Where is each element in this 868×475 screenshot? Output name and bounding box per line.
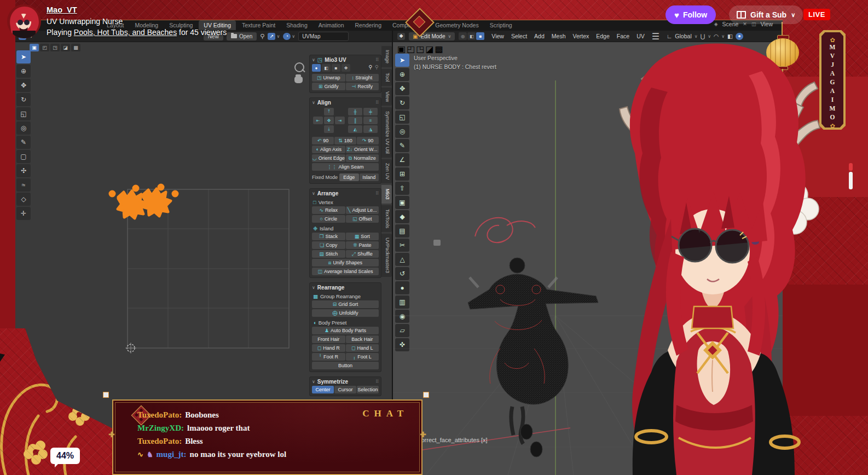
gridify-button[interactable]: ⊞Gridify [312,83,345,90]
symmetrize-cursor-button[interactable]: Cursor [334,386,356,393]
back-hair-button[interactable]: Back Hair [346,335,379,343]
align-axis-button[interactable]: ◖Align Axis [312,146,345,153]
unify-shapes-button[interactable]: ⧈Unify Shapes [312,259,379,267]
unwrap-button[interactable]: ◳Unwrap [312,74,345,82]
edge-select-icon[interactable]: ◧ [467,32,476,40]
distribute-v-button[interactable]: ╪ [363,108,378,115]
uv-tool-scale-icon[interactable]: ◱ [16,107,31,120]
panel-menu-icon[interactable]: ⠿ [375,57,379,62]
relax-button[interactable]: ∿Relax [312,206,345,214]
flip-h-button[interactable]: ◭ [348,125,362,133]
unfoldify-button[interactable]: ⨁Unfoldify [312,309,379,317]
rotate-left-90-button[interactable]: ↶90 [312,137,334,144]
chat-username[interactable]: TuxedoPato: [137,437,182,446]
workspace-tab-scripting[interactable]: Scripting [485,20,517,30]
symmetrize-selection-button[interactable]: Selection [357,386,379,393]
panel-tab-textools[interactable]: TexTools [381,205,392,232]
face-mode-icon[interactable]: ■ [332,64,340,72]
workspace-tab-animation[interactable]: Animation [314,20,349,30]
symmetrize-menu-icon[interactable]: ⠿ [375,379,379,384]
menu-add[interactable]: Add [531,32,548,40]
foot-l-button[interactable]: ╷Foot L [346,353,379,361]
menu-select[interactable]: Select [508,32,530,40]
auto-body-parts-button[interactable]: ♟Auto Body Parts [312,327,379,334]
uvmap-field[interactable] [298,32,349,41]
orient-edge-button[interactable]: ◡Orient Edge [312,154,345,162]
straight-button[interactable]: ⁝Straight [346,74,379,82]
snap-chip[interactable]: ➚∨ [268,33,280,40]
align-top-button[interactable]: ⤒ [324,108,334,115]
uv-tool-pinch-icon[interactable]: ◇ [16,193,31,206]
vertex-select-icon[interactable]: ◎ [459,32,467,40]
collapse-icon[interactable]: ∨ [312,57,315,62]
menu-view[interactable]: View [488,32,507,40]
workspace-tab-rendering[interactable]: Rendering [350,20,386,30]
align-right-button[interactable]: ⇥ [335,117,345,124]
pin-inactive-icon[interactable]: ⚲ [375,64,379,72]
align-seam-button[interactable]: ⋮⋮Align Seam [312,163,379,171]
uv-tool-rotate-icon[interactable]: ↻ [16,93,31,106]
panel-tab-uvpackmaster3[interactable]: UVPackmaster3 [381,234,392,277]
button-button[interactable]: Button [312,362,379,369]
panel-tab-zen-uv[interactable]: Zen UV [381,159,392,184]
overlay-handle-left[interactable] [103,392,109,398]
circle-button[interactable]: ○Circle [312,215,345,223]
chat-username[interactable]: TuxedoPato: [137,410,182,420]
workspace-tab-shading[interactable]: Shading [281,20,313,30]
face-select-icon[interactable]: ■ [476,32,484,40]
copy-button[interactable]: ❏Copy [312,241,345,249]
pivot-chip[interactable]: ◔∨ [283,33,295,40]
rectify-button[interactable]: ⊣Rectify [346,83,379,90]
adjust-length-button[interactable]: ╲Adjust Le... [346,206,379,214]
workspace-tab-geometry-nodes[interactable]: Geometry Nodes [430,20,483,30]
pan-hand-icon[interactable] [294,77,303,83]
game-category-link[interactable]: Pools, Hot Tubs, and Beaches [74,28,177,37]
uv-tool-move-icon[interactable]: ✥ [16,79,31,92]
flip-180-button[interactable]: ⇅180 [334,137,356,144]
hand-l-button[interactable]: ◻Hand L [346,344,379,352]
editor-type-icon-3d[interactable]: ❖ [397,33,405,40]
panel-tab-tool[interactable]: Tool [381,69,392,86]
average-island-scales-button[interactable]: ◫Average Island Scales [312,268,379,275]
follow-button[interactable]: ♥ Follow [666,5,716,24]
workspace-tab-texture-paint[interactable]: Texture Paint [237,20,280,30]
rotate-right-90-button[interactable]: ↷90 [357,137,379,144]
space-h-button[interactable]: ║ [348,117,362,124]
shuffle-button[interactable]: ⤢Shuffle [346,250,379,258]
offset-button[interactable]: ◱Offset [346,215,379,223]
island-mode-icon[interactable]: ❖ [342,64,350,72]
hand-r-button[interactable]: ◻Hand R [312,344,345,352]
uv-tool-cursor-icon[interactable]: ⊕ [16,65,31,78]
align-bottom-button[interactable]: ⤓ [324,125,334,133]
uv-tool-pin-icon[interactable]: ✛ [16,207,31,220]
edge-mode-icon[interactable]: ◧ [322,64,331,72]
panel-tab-mio3[interactable]: Mio3 [381,185,392,204]
stitch-button[interactable]: ▤Stitch [312,250,345,258]
uv-tool-box-icon[interactable]: ▢ [16,150,31,163]
grid-sort-button[interactable]: ⊟Grid Sort [312,300,379,308]
pin-icon[interactable]: ⚲ [260,33,264,40]
arrange-menu-icon[interactable]: ⠿ [375,191,379,196]
uv-tool-tweak-icon[interactable]: ➤ [16,50,31,63]
orient-world-button[interactable]: Z↓Orient W... [346,146,379,153]
foot-r-button[interactable]: ╵Foot R [312,353,345,361]
sort-button[interactable]: ▦Sort [346,233,379,240]
fixed-mode-island-button[interactable]: Island [360,173,379,181]
menu-mesh[interactable]: Mesh [548,32,569,40]
chat-username[interactable]: mugi_jt: [157,450,187,459]
panel-tab-symmetrize-uv-util[interactable]: Symmetrize UV Util [381,107,392,158]
streamer-name-link[interactable]: Mao_VT [47,5,77,14]
vertex-mode-icon[interactable]: ● [312,64,321,72]
space-v-button[interactable]: ≡ [363,117,378,124]
normalize-button[interactable]: ⧉Normalize [346,154,379,162]
panel-tab-view[interactable]: View [381,88,392,106]
uv-tool-annotate-icon[interactable]: ✎ [16,136,31,149]
distribute-h-button[interactable]: ╫ [348,108,362,115]
uv-tool-transform-icon[interactable]: ◎ [16,121,31,135]
zoom-icon[interactable] [294,62,304,72]
align-menu-icon[interactable]: ⠿ [375,100,379,105]
gift-a-sub-button[interactable]: Gift a Sub ∨ [729,5,803,24]
panel-tab-image[interactable]: Image [381,46,392,67]
streamer-avatar[interactable] [7,4,41,38]
paste-button[interactable]: ❊Paste [346,241,379,249]
